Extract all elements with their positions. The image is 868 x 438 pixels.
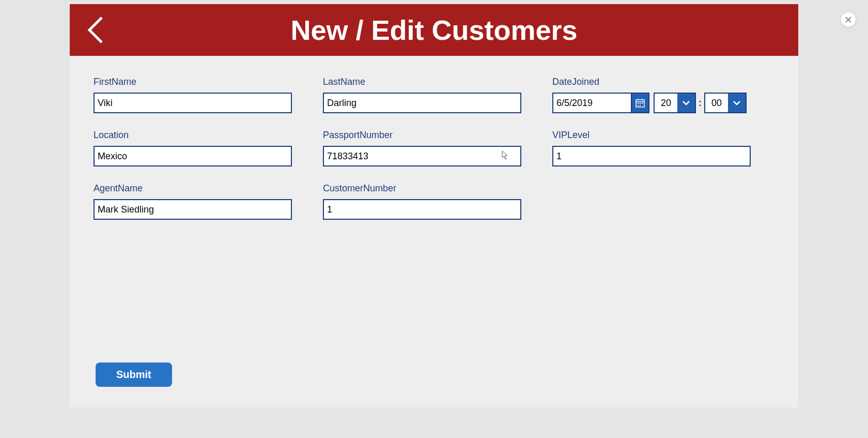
svg-rect-9 — [638, 105, 639, 106]
agentname-input[interactable] — [94, 199, 292, 220]
location-input[interactable] — [94, 146, 292, 167]
header: New / Edit Customers — [70, 4, 798, 56]
minute-dropdown-button[interactable] — [728, 94, 746, 112]
submit-button[interactable]: Submit — [96, 363, 172, 387]
passportnumber-label: PassportNumber — [323, 130, 521, 141]
passportnumber-group: PassportNumber — [323, 130, 521, 167]
svg-rect-7 — [640, 103, 641, 104]
hour-input[interactable] — [655, 94, 677, 112]
form-row-3: AgentName CustomerNumber — [94, 183, 774, 220]
customernumber-input[interactable] — [323, 199, 521, 220]
svg-rect-10 — [640, 105, 641, 106]
viplevel-group: VIPLevel — [552, 130, 751, 167]
back-button[interactable] — [83, 13, 108, 47]
firstname-label: FirstName — [94, 77, 292, 87]
viplevel-label: VIPLevel — [552, 130, 751, 141]
svg-rect-6 — [638, 103, 639, 104]
chevron-left-icon — [86, 16, 105, 44]
form-area: FirstName LastName DateJoined — [70, 56, 798, 220]
firstname-input[interactable] — [94, 93, 292, 113]
lastname-group: LastName — [323, 77, 521, 113]
hour-dropdown-button[interactable] — [677, 94, 695, 112]
chevron-down-icon — [733, 100, 741, 105]
date-picker-button[interactable] — [631, 94, 648, 112]
chevron-down-icon — [682, 100, 690, 105]
page-title: New / Edit Customers — [70, 14, 798, 46]
datejoined-label: DateJoined — [552, 77, 751, 87]
form-row-1: FirstName LastName DateJoined — [94, 77, 774, 113]
passportnumber-input[interactable] — [323, 146, 521, 167]
form-row-2: Location PassportNumber VIPLevel — [94, 130, 774, 167]
date-time-row: : — [552, 93, 751, 113]
hour-select[interactable] — [654, 93, 696, 113]
close-icon — [845, 17, 851, 23]
agentname-label: AgentName — [94, 183, 292, 194]
location-group: Location — [94, 130, 292, 167]
datejoined-group: DateJoined — [552, 77, 751, 113]
location-label: Location — [94, 130, 292, 141]
close-button[interactable] — [841, 12, 856, 27]
app-container: New / Edit Customers FirstName LastName … — [70, 4, 798, 407]
time-separator: : — [699, 98, 702, 109]
firstname-group: FirstName — [94, 77, 292, 113]
lastname-label: LastName — [323, 77, 521, 87]
calendar-icon — [636, 98, 645, 108]
viplevel-input[interactable] — [552, 146, 751, 167]
customernumber-label: CustomerNumber — [323, 183, 521, 194]
minute-select[interactable] — [704, 93, 747, 113]
lastname-input[interactable] — [323, 93, 521, 113]
date-input-wrap — [552, 93, 649, 113]
datejoined-date-input[interactable] — [553, 94, 631, 112]
minute-input[interactable] — [705, 94, 728, 112]
customernumber-group: CustomerNumber — [323, 183, 521, 220]
agentname-group: AgentName — [94, 183, 292, 220]
svg-rect-8 — [642, 103, 643, 104]
submit-area: Submit — [96, 363, 172, 387]
